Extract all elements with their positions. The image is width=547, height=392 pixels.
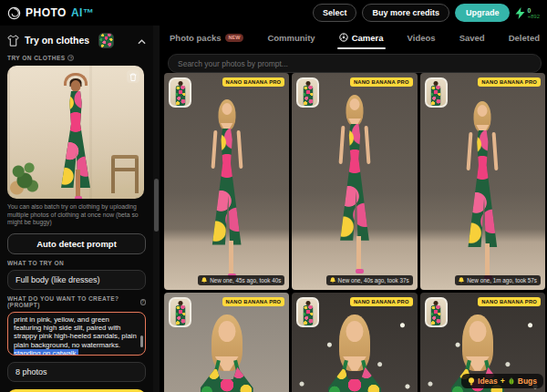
photo-card[interactable]: NANO BANANA PRO New one, 1m ago, took 57… — [420, 73, 545, 290]
upgrade-button[interactable]: Upgrade — [455, 4, 511, 22]
nano-pro-badge: NANO BANANA PRO — [222, 297, 285, 306]
credits-count: 0 — [527, 7, 540, 14]
logo-text-secondary: AI™ — [71, 6, 95, 19]
tab-videos[interactable]: Videos — [406, 26, 438, 49]
tab-bar: Photo packsNEW Community Camera Videos S… — [162, 26, 547, 49]
nano-pro-badge: NANO BANANA PRO — [350, 77, 413, 87]
delete-clothing-button[interactable] — [127, 70, 139, 83]
sidebar-header[interactable]: Try on clothes — [7, 31, 146, 49]
prompt-label: WHAT DO YOU WANT TO CREATE? (PROMPT)? — [7, 295, 146, 308]
select-button[interactable]: Select — [313, 4, 357, 22]
sidebar-scrollbar[interactable] — [153, 26, 160, 392]
clothing-thumbnail[interactable] — [296, 77, 319, 108]
tab-community[interactable]: Community — [265, 26, 316, 49]
camera-icon — [339, 33, 348, 42]
photo-grid: NANO BANANA PRO New one, 45s ago, took 4… — [162, 73, 547, 392]
logo-text-primary: PHOTO — [26, 6, 67, 19]
nano-pro-badge: NANO BANANA PRO — [350, 297, 413, 306]
tab-deleted[interactable]: Deleted — [507, 26, 542, 49]
photo-ai-app: PHOTO AI™ Select Buy more credits Upgrad… — [0, 0, 547, 392]
prompt-textarea[interactable]: print in pink, yellow, and green featuri… — [7, 312, 146, 356]
lightbulb-icon — [468, 377, 475, 386]
lightning-icon — [515, 7, 525, 19]
sidebar-title: Try on clothes — [25, 35, 89, 46]
photo-status-badge: New one, 40s ago, took 37s — [326, 275, 413, 285]
bell-icon — [330, 277, 335, 284]
help-icon[interactable]: ? — [67, 55, 74, 61]
prompt-selected-text: standing on catwalk. — [14, 349, 78, 356]
photo-status-badge: New one, 45s ago, took 40s — [198, 275, 284, 285]
trash-icon — [129, 73, 137, 81]
buy-credits-button[interactable]: Buy more credits — [362, 4, 449, 22]
clothing-thumbnail[interactable] — [425, 77, 448, 108]
tab-saved[interactable]: Saved — [458, 26, 487, 49]
new-badge: NEW — [225, 34, 244, 42]
help-icon[interactable]: ? — [140, 299, 146, 305]
photo-card[interactable]: NANO BANANA PRO New one, 45s ago, took 4… — [164, 73, 289, 290]
photo-count-select[interactable]: 8 photos — [7, 362, 146, 382]
clothing-avatar[interactable] — [98, 33, 114, 48]
batch-note: You can also batch try on clothing by up… — [7, 203, 146, 227]
topbar-actions: Select Buy more credits Upgrade 0 +892 — [313, 4, 540, 22]
tshirt-icon — [7, 35, 19, 46]
try-on-select[interactable]: Full body (like dresses) — [7, 270, 146, 290]
sidebar-try-on-clothes: Try on clothes TRY ON CLOTHES? You can a… — [0, 26, 153, 392]
photo-card[interactable]: NANO BANANA PRO — [292, 293, 417, 392]
clothing-image[interactable] — [7, 66, 144, 199]
credits-indicator[interactable]: 0 +892 — [515, 7, 540, 19]
bug-icon — [508, 377, 515, 385]
credits-delta: +892 — [527, 14, 540, 19]
feedback-button[interactable]: Ideas + Bugs — [461, 374, 543, 388]
chevron-up-icon[interactable] — [138, 32, 146, 48]
logo[interactable]: PHOTO AI™ — [7, 6, 94, 20]
main-panel: Photo packsNEW Community Camera Videos S… — [162, 26, 547, 392]
photo-card[interactable]: NANO BANANA PRO — [164, 293, 289, 392]
prompt-text: print in pink, yellow, and green featuri… — [14, 315, 137, 349]
chair-decor — [111, 155, 139, 193]
photo-status-badge: New one, 1m ago, took 57s — [455, 275, 541, 285]
search-input[interactable]: Search your photos by prompt... — [168, 54, 542, 73]
scrollbar-thumb[interactable] — [154, 179, 159, 232]
tab-camera[interactable]: Camera — [337, 26, 386, 49]
nano-pro-badge: NANO BANANA PRO — [478, 297, 541, 306]
bell-icon — [459, 277, 464, 284]
clothing-thumbnail[interactable] — [296, 297, 319, 327]
nano-pro-badge: NANO BANANA PRO — [222, 77, 285, 87]
auto-detect-prompt-button[interactable]: Auto detect prompt — [7, 233, 146, 254]
try-on-clothes-label: TRY ON CLOTHES? — [7, 55, 146, 61]
plant-decor — [9, 160, 40, 197]
bell-icon — [201, 277, 207, 284]
photo-card[interactable]: NANO BANANA PRO New one, 40s ago, took 3… — [292, 73, 417, 290]
what-to-try-on-label: WHAT TO TRY ON — [7, 260, 146, 266]
nano-pro-badge: NANO BANANA PRO — [478, 77, 541, 87]
clothing-model-figure — [48, 73, 103, 199]
clothing-thumbnail[interactable] — [169, 297, 191, 327]
tab-photo-packs[interactable]: Photo packsNEW — [168, 26, 245, 49]
swirl-logo-icon — [7, 6, 21, 20]
clothing-thumbnail[interactable] — [169, 77, 191, 108]
textarea-scrollbar[interactable] — [140, 335, 143, 347]
clothing-thumbnail[interactable] — [425, 297, 448, 327]
topbar: PHOTO AI™ Select Buy more credits Upgrad… — [0, 0, 547, 26]
